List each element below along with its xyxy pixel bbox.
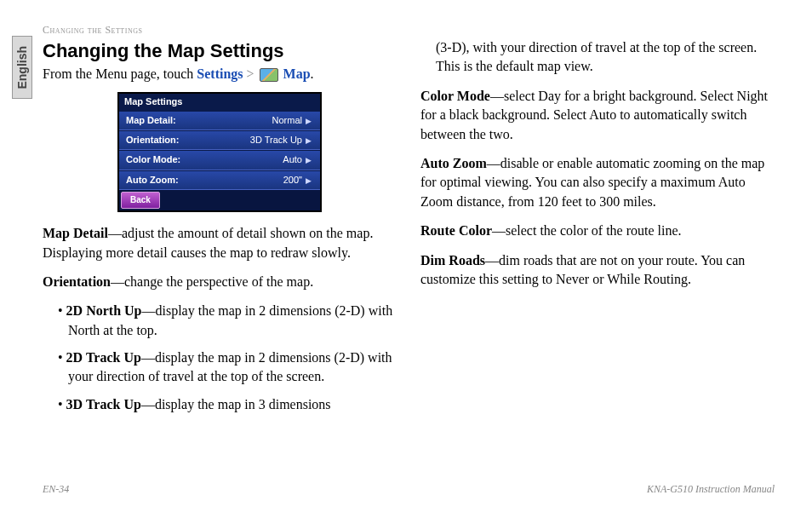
term-2d-north: 2D North Up (66, 303, 142, 318)
left-column: Changing the Map Settings From the Menu … (43, 38, 397, 423)
content-columns: Changing the Map Settings From the Menu … (43, 38, 775, 423)
term-2d-track: 2D Track Up (66, 350, 141, 365)
breadcrumb-period: . (311, 66, 314, 81)
map-detail-para: Map Detail—adjust the amount of detail s… (43, 224, 397, 262)
row-label: Auto Zoom: (126, 174, 179, 187)
page-number: EN-34 (43, 483, 69, 496)
screenshot-row-detail: Map Detail: Normal▶ (119, 111, 320, 130)
screenshot-title: Map Settings (119, 94, 320, 110)
breadcrumb-prefix: From the Menu page, touch (43, 66, 197, 81)
language-tab: English (12, 36, 32, 99)
route-color-para: Route Color—select the color of the rout… (420, 222, 775, 240)
orientation-list: 2D North Up—display the map in 2 dimensi… (43, 302, 397, 414)
manual-name: KNA-G510 Instruction Manual (647, 483, 775, 496)
auto-zoom-para: Auto Zoom—disable or enable automatic zo… (420, 154, 775, 211)
language-label: English (15, 46, 29, 89)
color-mode-para: Color Mode—select Day for a bright backg… (420, 87, 775, 144)
page-title: Changing the Map Settings (43, 38, 397, 65)
chevron-right-icon: ▶ (306, 176, 312, 185)
orientation-para: Orientation—change the perspective of th… (43, 273, 397, 291)
row-value: 200" (283, 175, 302, 185)
term-3d-track: 3D Track Up (66, 397, 141, 412)
breadcrumb: From the Menu page, touch Settings > Map… (43, 65, 397, 83)
term-color-mode: Color Mode (420, 89, 490, 103)
page-footer: EN-34 KNA-G510 Instruction Manual (43, 483, 775, 496)
row-label: Color Mode: (126, 153, 180, 166)
dim-roads-para: Dim Roads—dim roads that are not on your… (420, 251, 775, 290)
term-dim-roads: Dim Roads (420, 253, 485, 268)
list-item: 2D Track Up—display the map in 2 dimensi… (58, 348, 397, 387)
breadcrumb-map: Map (283, 66, 311, 81)
back-button: Back (121, 192, 160, 209)
list-item: 3D Track Up—display the map in 3 dimensi… (58, 395, 397, 414)
col2-continuation: (3-D), with your direction of travel at … (420, 38, 775, 77)
breadcrumb-settings: Settings (197, 66, 243, 81)
desc-3d-track: —display the map in 3 dimensions (141, 397, 331, 412)
screenshot-row-orientation: Orientation: 3D Track Up▶ (119, 130, 320, 150)
right-column: (3-D), with your direction of travel at … (420, 38, 775, 423)
row-value: Normal (272, 115, 302, 125)
term-orientation: Orientation (43, 274, 111, 289)
desc-route-color: —select the color of the route line. (492, 223, 682, 238)
screenshot-footer: Back (119, 190, 320, 210)
chevron-right-icon: ▶ (306, 117, 312, 125)
map-icon (260, 68, 278, 82)
row-label: Map Detail: (126, 114, 176, 127)
screenshot-row-autozoom: Auto Zoom: 200"▶ (119, 170, 320, 190)
term-auto-zoom: Auto Zoom (420, 156, 487, 170)
breadcrumb-separator: > (243, 66, 258, 81)
section-header: Changing the Settings (43, 24, 775, 37)
list-item: 2D North Up—display the map in 2 dimensi… (58, 302, 397, 340)
term-route-color: Route Color (420, 223, 492, 238)
device-screenshot: Map Settings Map Detail: Normal▶ Orienta… (117, 92, 322, 212)
chevron-right-icon: ▶ (306, 156, 312, 164)
chevron-right-icon: ▶ (306, 136, 312, 145)
screenshot-row-colormode: Color Mode: Auto▶ (119, 150, 320, 170)
row-value: Auto (283, 154, 302, 164)
desc-orientation: —change the perspective of the map. (111, 274, 313, 289)
row-value: 3D Track Up (250, 135, 302, 145)
row-label: Orientation: (126, 134, 179, 147)
term-map-detail: Map Detail (43, 226, 108, 240)
